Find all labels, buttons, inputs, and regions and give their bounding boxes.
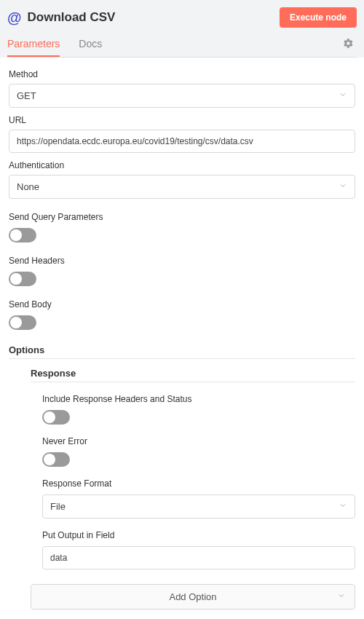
add-option-label: Add Option <box>169 591 216 602</box>
send-headers-toggle[interactable] <box>9 272 36 286</box>
tab-parameters[interactable]: Parameters <box>7 32 60 57</box>
title-left: @ Download CSV <box>7 9 115 26</box>
include-headers-label: Include Response Headers and Status <box>42 394 355 404</box>
send-headers-row: Send Headers <box>9 256 355 286</box>
tab-docs[interactable]: Docs <box>79 32 102 57</box>
response-format-label: Response Format <box>42 478 355 489</box>
method-select[interactable]: GET <box>9 84 355 108</box>
include-headers-block: Include Response Headers and Status <box>42 394 355 425</box>
add-option-button[interactable]: Add Option <box>31 584 355 610</box>
put-output-input[interactable] <box>42 546 355 569</box>
method-value: GET <box>17 90 36 101</box>
never-error-toggle[interactable] <box>42 452 70 467</box>
response-title: Response <box>31 368 355 382</box>
url-label: URL <box>9 115 355 125</box>
send-body-label: Send Body <box>9 299 355 310</box>
node-title: Download CSV <box>28 10 116 25</box>
send-body-row: Send Body <box>9 299 355 330</box>
never-error-label: Never Error <box>42 436 355 446</box>
chevron-down-icon <box>339 501 347 512</box>
chevron-down-icon <box>337 591 346 602</box>
response-format-value: File <box>50 501 66 512</box>
header: @ Download CSV Execute node Parameters D… <box>0 0 364 58</box>
at-icon: @ <box>7 9 22 26</box>
send-query-row: Send Query Parameters <box>9 212 355 243</box>
send-body-toggle[interactable] <box>9 315 36 330</box>
execute-node-button[interactable]: Execute node <box>280 7 357 28</box>
auth-value: None <box>17 181 39 192</box>
send-query-toggle[interactable] <box>9 228 36 243</box>
never-error-block: Never Error <box>42 436 355 467</box>
tabs: Parameters Docs <box>7 32 102 57</box>
send-headers-label: Send Headers <box>9 256 355 266</box>
chevron-down-icon <box>339 181 347 192</box>
response-block: Response <box>31 368 355 382</box>
send-query-label: Send Query Parameters <box>9 212 355 222</box>
auth-label: Authentication <box>9 160 355 170</box>
tabs-row: Parameters Docs <box>7 32 357 58</box>
response-format-select[interactable]: File <box>42 494 355 519</box>
gear-icon[interactable] <box>340 35 357 54</box>
url-input[interactable] <box>9 130 355 153</box>
put-output-block: Put Output in Field <box>42 530 355 569</box>
options-label: Options <box>9 344 355 359</box>
auth-select[interactable]: None <box>9 175 355 199</box>
title-row: @ Download CSV Execute node <box>7 4 357 32</box>
method-label: Method <box>9 69 355 79</box>
chevron-down-icon <box>339 90 347 101</box>
put-output-label: Put Output in Field <box>42 530 355 540</box>
body: Method GET URL Authentication None Send … <box>0 58 364 618</box>
response-format-block: Response Format File <box>42 478 355 519</box>
include-headers-toggle[interactable] <box>42 410 70 425</box>
